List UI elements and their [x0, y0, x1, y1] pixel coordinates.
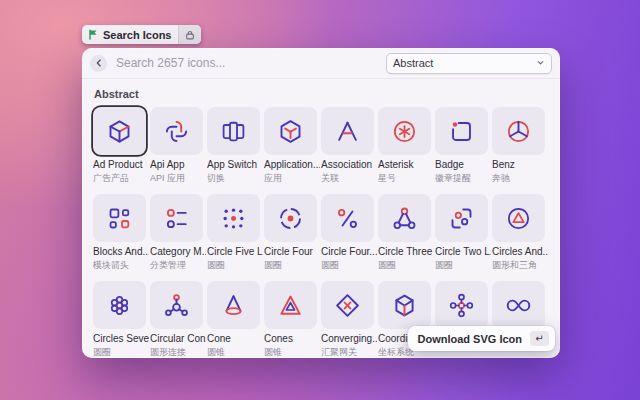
circular-connection-icon — [163, 292, 190, 319]
icon-cell-category-management[interactable]: Category M...分类管理 — [150, 194, 207, 272]
icon-cell-circle-four-line[interactable]: Circle Four...圆圈 — [321, 194, 378, 272]
icon-label-cn: API 应用 — [150, 172, 206, 185]
icon-tile[interactable] — [150, 281, 203, 329]
icon-tile[interactable] — [93, 194, 146, 242]
icon-cell-circle-three[interactable]: Circle Three圆圈 — [378, 194, 435, 272]
icon-tile[interactable] — [321, 107, 374, 155]
icon-cell-asterisk[interactable]: Asterisk星号 — [378, 107, 435, 185]
chip-lock-button[interactable] — [178, 25, 201, 44]
extension-flag-icon — [88, 26, 99, 44]
icon-tile[interactable] — [321, 281, 374, 329]
icon-tile[interactable] — [264, 194, 317, 242]
icon-cell-association[interactable]: Association关联 — [321, 107, 378, 185]
icon-label-cn: 圆圈 — [321, 259, 377, 272]
category-dropdown[interactable]: Abstract — [386, 53, 552, 74]
icon-label-en: Category M... — [150, 246, 206, 257]
icon-cell-badge[interactable]: Badge徽章提醒 — [435, 107, 492, 185]
icon-label-en: Asterisk — [378, 159, 434, 170]
benz-icon — [505, 118, 532, 145]
icon-label-cn: 圆锥 — [264, 346, 320, 358]
association-icon — [334, 118, 361, 145]
icon-label-en: App Switch — [207, 159, 263, 170]
enter-keycap: ↵ — [530, 331, 549, 346]
icon-label-en: Converging... — [321, 333, 377, 344]
category-dropdown-value: Abstract — [393, 57, 433, 69]
icon-label-en: Circles Seven — [93, 333, 149, 344]
icon-cell-api-app[interactable]: Api AppAPI 应用 — [150, 107, 207, 185]
circle-four-line-icon — [334, 205, 361, 232]
back-button[interactable] — [90, 55, 107, 72]
icon-label-cn: 奔驰 — [492, 172, 548, 185]
icon-tile[interactable] — [264, 281, 317, 329]
circle-two-line-icon — [448, 205, 475, 232]
icon-label-cn: 应用 — [264, 172, 320, 185]
icon-cell-benz[interactable]: Benz奔驰 — [492, 107, 549, 185]
icon-cell-ad-product[interactable]: Ad Product广告产品 — [93, 107, 150, 185]
icon-tile[interactable] — [378, 281, 431, 329]
search-input[interactable] — [114, 55, 386, 71]
icon-label-en: Blocks And... — [93, 246, 149, 257]
icon-label-en: Circle Three — [378, 246, 434, 257]
app-switch-icon — [220, 118, 247, 145]
icon-tile[interactable] — [378, 107, 431, 155]
circle-three-icon — [391, 205, 418, 232]
icon-label-en: Circle Two L... — [435, 246, 491, 257]
icon-tile[interactable] — [264, 107, 317, 155]
icon-tile[interactable] — [207, 107, 260, 155]
icon-tile[interactable] — [207, 194, 260, 242]
icon-tile[interactable] — [207, 281, 260, 329]
icon-tile[interactable] — [492, 281, 545, 329]
icon-label-cn: 圆形连接 — [150, 346, 206, 358]
icon-tile[interactable] — [150, 107, 203, 155]
icon-tile[interactable] — [435, 194, 488, 242]
icon-label-en: Circles And... — [492, 246, 548, 257]
icon-label-cn: 圆圈 — [264, 259, 320, 272]
icon-tile[interactable] — [93, 107, 146, 155]
icon-tile[interactable] — [435, 107, 488, 155]
icon-tile[interactable] — [93, 281, 146, 329]
icon-cell-circular-connection[interactable]: Circular Con...圆形连接 — [150, 281, 207, 358]
icon-cell-circle-four[interactable]: Circle Four圆圈 — [264, 194, 321, 272]
icon-label-cn: 圆锥 — [207, 346, 263, 358]
badge-icon — [448, 118, 475, 145]
icon-cell-application[interactable]: Application...应用 — [264, 107, 321, 185]
icon-search-window: Abstract Abstract Ad Product广告产品Api AppA… — [82, 48, 560, 358]
infinity-icon — [505, 292, 532, 319]
coordinate-system-icon — [391, 292, 418, 319]
icon-tile[interactable] — [378, 194, 431, 242]
icon-label-cn: 星号 — [378, 172, 434, 185]
icon-label-cn: 圆圈 — [435, 259, 491, 272]
icon-cell-blocks-and-arrows[interactable]: Blocks And...模块箭头 — [93, 194, 150, 272]
download-action-tooltip[interactable]: Download SVG Icon ↵ — [408, 326, 555, 351]
icon-label-cn: 徽章提醒 — [435, 172, 491, 185]
icon-cell-circles-seven[interactable]: Circles Seven圆圈 — [93, 281, 150, 358]
circle-four-icon — [277, 205, 304, 232]
cones-icon — [277, 292, 304, 319]
download-action-label: Download SVG Icon — [417, 333, 522, 345]
search-icons-chip[interactable]: Search Icons — [82, 25, 201, 44]
icon-label-cn: 切换 — [207, 172, 263, 185]
icon-cell-cone[interactable]: Cone圆锥 — [207, 281, 264, 358]
icon-tile[interactable] — [492, 107, 545, 155]
chip-title: Search Icons — [103, 29, 171, 41]
icon-tile[interactable] — [435, 281, 488, 329]
icon-cell-cones[interactable]: Cones圆锥 — [264, 281, 321, 358]
icon-cell-circle-two-line[interactable]: Circle Two L...圆圈 — [435, 194, 492, 272]
icon-cell-app-switch[interactable]: App Switch切换 — [207, 107, 264, 185]
icon-label-en: Association — [321, 159, 377, 170]
icon-label-cn: 分类管理 — [150, 259, 206, 272]
icon-tile[interactable] — [492, 194, 545, 242]
icon-label-cn: 圆圈 — [378, 259, 434, 272]
icon-tile[interactable] — [150, 194, 203, 242]
icon-label-en: Benz — [492, 159, 548, 170]
api-app-icon — [163, 118, 190, 145]
icon-label-en: Circular Con... — [150, 333, 206, 344]
circles-and-triangles-icon — [505, 205, 532, 232]
icon-cell-circle-five-line[interactable]: Circle Five L...圆圈 — [207, 194, 264, 272]
icon-tile[interactable] — [321, 194, 374, 242]
icon-label-cn: 广告产品 — [93, 172, 149, 185]
icon-cell-converging-gateway[interactable]: Converging...汇聚网关 — [321, 281, 378, 358]
ad-product-icon — [106, 118, 133, 145]
icon-cell-circles-and-triangles[interactable]: Circles And...圆形和三角 — [492, 194, 549, 272]
icon-grid: Ad Product广告产品Api AppAPI 应用App Switch切换A… — [93, 107, 549, 358]
